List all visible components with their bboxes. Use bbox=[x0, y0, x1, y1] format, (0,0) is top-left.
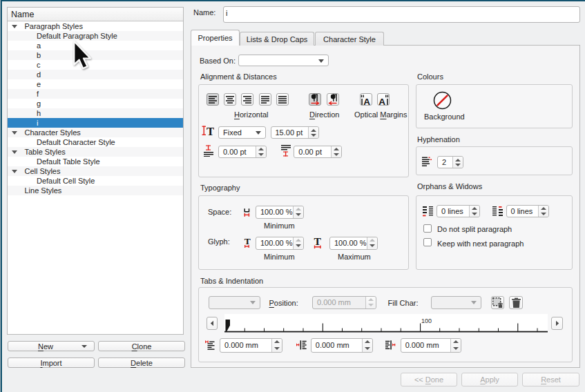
svg-text:A: A bbox=[363, 97, 370, 105]
svg-text:A: A bbox=[378, 97, 385, 105]
svg-text:T: T bbox=[207, 125, 214, 137]
svg-text:T: T bbox=[244, 237, 251, 246]
svg-text:100: 100 bbox=[421, 317, 432, 324]
